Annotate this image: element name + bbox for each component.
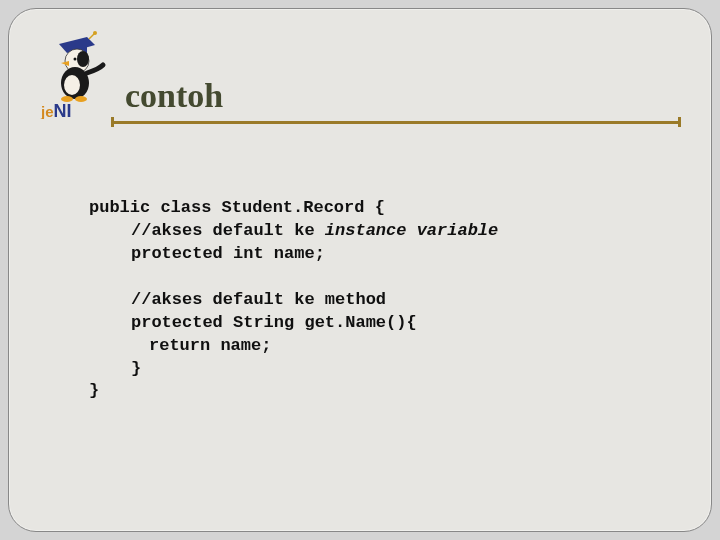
code-line: //akses default ke method	[131, 290, 386, 309]
title-area: contoh	[121, 29, 681, 124]
code-line: }	[89, 381, 99, 400]
code-line: return name;	[149, 336, 271, 355]
jeni-logo: jeNI	[39, 29, 109, 119]
svg-point-3	[93, 31, 97, 35]
code-line: //akses default ke	[131, 221, 325, 240]
logo-text-j: jeNI	[40, 101, 72, 119]
code-line: public class Student.Record {	[89, 198, 385, 217]
code-italic: instance variable	[325, 221, 498, 240]
code-line: protected int name;	[131, 244, 325, 263]
mascot-icon: jeNI	[39, 29, 109, 119]
slide-title: contoh	[125, 77, 681, 115]
svg-point-7	[74, 58, 77, 61]
code-line: }	[131, 359, 141, 378]
svg-point-9	[64, 75, 80, 95]
code-block: public class Student.Record { //akses de…	[89, 174, 681, 426]
title-underline	[111, 121, 681, 124]
code-line: protected String get.Name(){	[131, 313, 417, 332]
slide-frame: jeNI contoh public class Student.Record …	[8, 8, 712, 532]
svg-point-11	[75, 96, 87, 102]
slide-header: jeNI contoh	[39, 29, 681, 124]
svg-point-5	[77, 51, 89, 67]
